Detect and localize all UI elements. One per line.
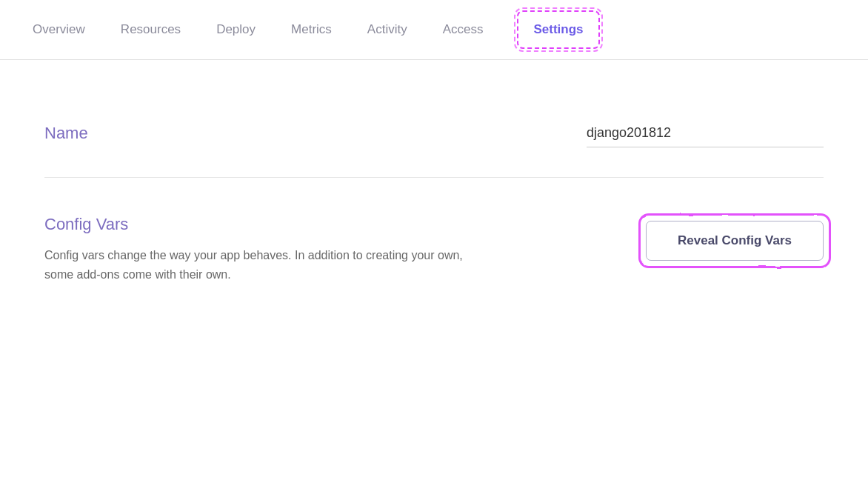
- config-vars-right: Reveal Config Vars: [504, 215, 824, 261]
- tab-metrics[interactable]: Metrics: [273, 0, 350, 60]
- name-input-area: [355, 119, 824, 147]
- tab-settings[interactable]: Settings: [517, 10, 599, 49]
- navigation: Overview Resources Deploy Metrics Activi…: [0, 0, 868, 60]
- config-vars-left: Config Vars Config vars change the way y…: [44, 215, 504, 284]
- name-input[interactable]: [587, 119, 824, 147]
- name-label: Name: [44, 119, 355, 143]
- tab-overview[interactable]: Overview: [15, 0, 103, 60]
- config-vars-section: Config Vars Config vars change the way y…: [44, 178, 824, 313]
- tab-deploy[interactable]: Deploy: [198, 0, 273, 60]
- reveal-config-vars-button[interactable]: Reveal Config Vars: [646, 221, 824, 261]
- main-content: Name Config Vars Config vars change the …: [0, 60, 868, 343]
- name-section: Name: [44, 90, 824, 178]
- name-content: [355, 119, 824, 147]
- tab-resources[interactable]: Resources: [103, 0, 198, 60]
- tab-access[interactable]: Access: [425, 0, 501, 60]
- tab-activity[interactable]: Activity: [350, 0, 425, 60]
- config-vars-description: Config vars change the way your app beha…: [44, 246, 474, 284]
- config-vars-title: Config Vars: [44, 215, 504, 234]
